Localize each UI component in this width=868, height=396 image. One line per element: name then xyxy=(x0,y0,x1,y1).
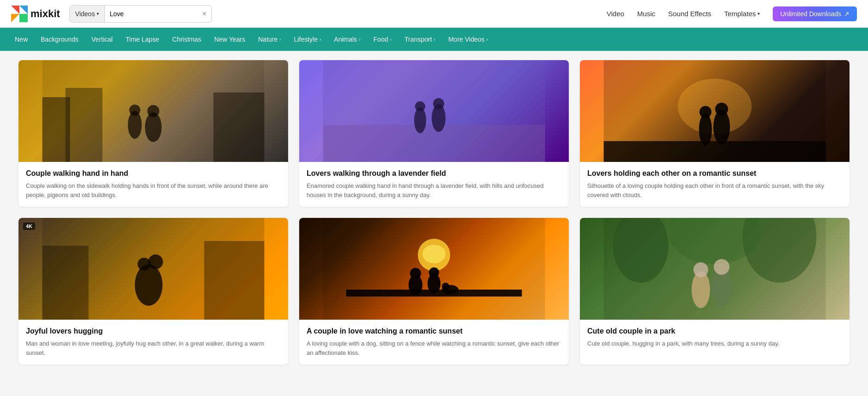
card-title-3: Lovers holding each other on a romantic … xyxy=(587,169,842,178)
card-body-3: Lovers holding each other on a romantic … xyxy=(580,162,850,207)
chevron-down-icon: ▾ xyxy=(757,11,760,16)
chevron-right-icon: › xyxy=(359,37,360,42)
card-title-2: Lovers walking through a lavender field xyxy=(307,169,561,178)
card-title-5: A couple in love watching a romantic sun… xyxy=(307,327,561,335)
cat-christmas[interactable]: Christmas xyxy=(166,33,207,46)
card-body-5: A couple in love watching a romantic sun… xyxy=(299,320,569,365)
svg-marker-0 xyxy=(11,6,19,14)
chevron-right-icon: › xyxy=(434,37,435,42)
svg-point-28 xyxy=(135,264,163,306)
card-title-4: Joyful lovers hugging xyxy=(26,327,281,335)
card-desc-4: Man and woman in love meeting, joyfully … xyxy=(26,339,281,357)
card-desc-2: Enamored couple walking hand in hand thr… xyxy=(307,181,561,199)
logo-text: mixkit xyxy=(31,8,60,20)
svg-point-48 xyxy=(714,259,730,275)
svg-point-40 xyxy=(442,283,449,290)
card-body-2: Lovers walking through a lavender field … xyxy=(299,162,569,207)
svg-point-23 xyxy=(715,103,728,116)
cat-vertical[interactable]: Vertical xyxy=(86,33,118,46)
video-card-3[interactable]: Lovers holding each other on a romantic … xyxy=(580,60,850,207)
video-thumbnail-4: 4K xyxy=(18,218,288,320)
cat-new-years[interactable]: New Years xyxy=(209,33,251,46)
cat-transport[interactable]: Transport › xyxy=(399,33,441,46)
svg-point-10 xyxy=(129,105,141,116)
video-card-4[interactable]: 4K Joyful lovers hugging Man and wo xyxy=(18,218,288,365)
card-title-1: Couple walking hand in hand xyxy=(26,169,281,178)
external-link-icon: ↗ xyxy=(844,10,850,18)
card-desc-5: A loving couple with a dog, sitting on a… xyxy=(307,339,561,357)
video-card-1[interactable]: Couple walking hand in hand Couple walki… xyxy=(18,60,288,207)
card-body-1: Couple walking hand in hand Couple walki… xyxy=(18,162,288,207)
video-card-6[interactable]: Cute old couple in a park Cute old coupl… xyxy=(580,218,850,365)
svg-point-33 xyxy=(423,245,446,263)
svg-rect-24 xyxy=(604,141,826,162)
svg-point-17 xyxy=(433,98,444,109)
search-type-button[interactable]: Videos ▾ xyxy=(70,6,105,22)
svg-rect-7 xyxy=(214,93,265,162)
svg-rect-13 xyxy=(323,125,545,162)
search-input[interactable] xyxy=(105,6,197,22)
unlimited-downloads-button[interactable]: Unlimited Downloads ↗ xyxy=(773,6,857,21)
cat-lifestyle[interactable]: Lifestyle › xyxy=(289,33,327,46)
main-content: Couple walking hand in hand Couple walki… xyxy=(0,51,868,374)
search-clear-button[interactable]: × xyxy=(197,6,211,22)
nav-templates[interactable]: Templates ▾ xyxy=(724,10,760,18)
svg-point-36 xyxy=(410,268,421,279)
svg-point-20 xyxy=(699,113,712,146)
nav-music[interactable]: Music xyxy=(637,10,655,18)
close-icon: × xyxy=(202,10,206,18)
svg-rect-26 xyxy=(43,246,89,320)
main-nav: Video Music Sound Effects Templates ▾ Un… xyxy=(607,6,857,21)
video-thumbnail-2 xyxy=(299,60,569,162)
svg-point-16 xyxy=(415,101,425,111)
chevron-right-icon: › xyxy=(279,37,281,42)
svg-rect-6 xyxy=(66,88,103,162)
card-title-6: Cute old couple in a park xyxy=(587,327,842,335)
cat-animals[interactable]: Animals › xyxy=(328,33,366,46)
cat-time-lapse[interactable]: Time Lapse xyxy=(120,33,165,46)
video-grid: Couple walking hand in hand Couple walki… xyxy=(18,60,850,365)
nav-video[interactable]: Video xyxy=(607,10,624,18)
video-thumbnail-6 xyxy=(580,218,850,320)
site-header: mixkit Videos ▾ × Video Music Sound Effe… xyxy=(0,0,868,28)
chevron-down-icon: ▾ xyxy=(97,11,99,16)
svg-marker-3 xyxy=(19,14,28,22)
card-body-6: Cute old couple in a park Cute old coupl… xyxy=(580,320,850,356)
svg-point-38 xyxy=(429,267,439,278)
card-body-4: Joyful lovers hugging Man and woman in l… xyxy=(18,320,288,365)
cat-more-videos[interactable]: More Videos › xyxy=(443,33,493,46)
video-card-5[interactable]: A couple in love watching a romantic sun… xyxy=(299,218,569,365)
svg-marker-2 xyxy=(11,14,19,22)
svg-rect-27 xyxy=(204,241,265,320)
card-desc-1: Couple walking on the sidewalk holding h… xyxy=(26,181,281,199)
nav-sound-effects[interactable]: Sound Effects xyxy=(668,10,711,18)
search-type-label: Videos xyxy=(75,10,95,18)
svg-marker-1 xyxy=(19,6,28,14)
video-thumbnail-5 xyxy=(299,218,569,320)
svg-point-11 xyxy=(148,105,160,117)
svg-point-30 xyxy=(148,254,163,269)
chevron-right-icon: › xyxy=(390,37,391,42)
chevron-right-icon: › xyxy=(320,37,321,42)
logo[interactable]: mixkit xyxy=(11,6,60,22)
svg-point-22 xyxy=(700,106,712,118)
video-card-2[interactable]: Lovers walking through a lavender field … xyxy=(299,60,569,207)
cat-food[interactable]: Food › xyxy=(368,33,397,46)
video-thumbnail-3 xyxy=(580,60,850,162)
video-thumbnail-1 xyxy=(18,60,288,162)
card-desc-6: Cute old couple, hugging in a park, with… xyxy=(587,339,842,348)
cat-backgrounds[interactable]: Backgrounds xyxy=(35,33,84,46)
svg-point-46 xyxy=(694,262,708,277)
cat-new[interactable]: New xyxy=(9,33,33,46)
category-bar: New Backgrounds Vertical Time Lapse Chri… xyxy=(0,28,868,51)
chevron-right-icon: › xyxy=(486,37,488,42)
cat-nature[interactable]: Nature › xyxy=(252,33,286,46)
card-desc-3: Silhouette of a loving couple holding ea… xyxy=(587,181,842,199)
search-bar: Videos ▾ × xyxy=(69,5,212,23)
